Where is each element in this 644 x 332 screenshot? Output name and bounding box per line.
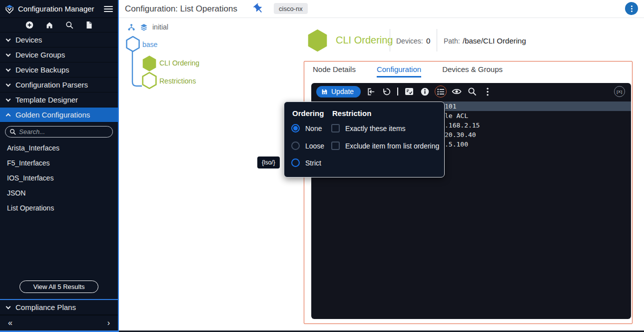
sidebar-item-template-designer[interactable]: Template Designer (0, 92, 118, 108)
golden-config-result-list-operations[interactable]: List Operations (0, 200, 118, 216)
collapse-sidebar-icon[interactable]: « (8, 319, 12, 327)
search-input[interactable] (19, 128, 108, 136)
sidebar-item-devices[interactable]: Devices (0, 32, 118, 48)
chevron-down-icon (6, 96, 11, 102)
tree-root-row: initial (127, 23, 168, 31)
golden-config-search-box[interactable] (5, 126, 113, 138)
save-icon (321, 88, 328, 95)
tab-configuration[interactable]: Configuration (377, 65, 421, 78)
chevron-down-icon (6, 66, 11, 72)
devices-label: Devices: (396, 37, 423, 45)
divider (437, 29, 437, 52)
devices-count: 0 (426, 36, 430, 45)
next-page-icon[interactable]: › (107, 319, 110, 327)
hamburger-menu-icon[interactable] (104, 6, 113, 12)
form-view-icon[interactable] (404, 86, 415, 97)
radio-focused-icon[interactable] (291, 158, 300, 167)
device-type-chip: cisco-nx (274, 3, 308, 14)
chevron-down-icon (6, 304, 11, 309)
update-label: Update (331, 88, 354, 96)
update-button[interactable]: Update (316, 86, 361, 98)
pin-icon[interactable] (253, 3, 264, 14)
divider (397, 88, 398, 96)
hierarchy-icon[interactable] (127, 24, 135, 31)
sidebar-item-golden-configurations[interactable]: Golden Configurations (0, 108, 118, 122)
chevron-down-icon (6, 82, 11, 86)
restrictions-node-icon[interactable] (141, 72, 157, 89)
search-icon (9, 128, 16, 135)
undo-icon[interactable] (381, 86, 392, 97)
ordering-option-loose[interactable]: Loose (291, 142, 324, 150)
sidebar-item-compliance-plans[interactable]: Compliance Plans (0, 300, 118, 315)
restriction-option-exclude[interactable]: Exclude item from list ordering (331, 142, 439, 150)
tree-node-cli-ordering[interactable]: CLI Ordering (159, 59, 199, 67)
restriction-option-exactly[interactable]: Exactly these items (331, 124, 406, 132)
ordering-title: Ordering (292, 109, 324, 118)
node-header: CLI Ordering Devices: 0 Path: /base/CLI … (304, 18, 644, 61)
home-icon[interactable] (45, 21, 53, 29)
checkbox-label: Exactly these items (345, 124, 406, 132)
search-in-editor-icon[interactable] (467, 86, 478, 97)
tree-node-restrictions[interactable]: Restrictions (159, 77, 196, 85)
checkbox-icon[interactable] (331, 142, 340, 150)
base-node-icon[interactable] (125, 36, 140, 52)
chevron-down-icon (6, 36, 11, 42)
chevron-up-icon (6, 114, 11, 118)
golden-config-result-ios[interactable]: IOS_Interfaces (0, 170, 118, 186)
sidebar-bottom: View All 5 Results Compliance Plans « › (0, 280, 118, 332)
app-logo-icon (4, 4, 15, 14)
cli-ordering-node-icon[interactable] (141, 55, 157, 72)
divider (390, 29, 390, 52)
ordering-option-strict[interactable]: Strict (291, 158, 321, 167)
path-value: /base/CLI Ordering (463, 36, 526, 45)
path-label: Path: (444, 37, 460, 45)
chevron-down-icon (6, 52, 11, 56)
sidebar-item-label: Device Backups (15, 66, 69, 74)
golden-config-result-arista[interactable]: Arista_Interfaces (0, 140, 118, 156)
search-icon[interactable] (65, 21, 73, 29)
restriction-title: Restriction (332, 109, 371, 118)
sidebar-item-label: Device Groups (15, 50, 65, 59)
list-ordering-icon[interactable] (435, 86, 447, 98)
radio-selected-icon[interactable] (291, 124, 300, 132)
add-icon[interactable] (25, 21, 33, 29)
topbar: Configuration: List Operations cisco-nx (119, 0, 644, 18)
sidebar-nav-bar: « › (0, 315, 118, 330)
app-root: Configuration Manager Devices Device Gro… (0, 0, 644, 332)
checkbox-icon[interactable] (331, 124, 340, 132)
ordering-popup: Ordering Restriction None Loose Strict E… (284, 102, 445, 178)
view-all-results-button[interactable]: View All 5 Results (19, 280, 98, 293)
sidebar-actions (0, 18, 118, 32)
golden-config-result-json[interactable]: JSON (0, 186, 118, 200)
tab-node-details[interactable]: Node Details (313, 65, 356, 78)
kebab-dots (631, 6, 633, 12)
sidebar: Configuration Manager Devices Device Gro… (0, 0, 119, 332)
radio-icon[interactable] (291, 142, 300, 150)
sidebar-item-label: Template Designer (15, 96, 78, 104)
node-title: CLI Ordering (336, 34, 393, 46)
sidebar-item-configuration-parsers[interactable]: Configuration Parsers (0, 78, 118, 92)
sidebar-item-device-backups[interactable]: Device Backups (0, 62, 118, 78)
editor-toolbar: Update (311, 83, 631, 100)
sidebar-item-device-groups[interactable]: Device Groups (0, 48, 118, 62)
document-icon[interactable] (85, 21, 93, 29)
radio-label: None (305, 124, 322, 132)
ordering-option-none[interactable]: None (291, 124, 322, 132)
exit-editor-icon[interactable] (365, 86, 376, 97)
layers-icon[interactable] (140, 24, 148, 31)
more-options-icon[interactable] (625, 2, 638, 15)
golden-config-result-f5[interactable]: F5_Interfaces (0, 156, 118, 170)
tab-devices-groups[interactable]: Devices & Groups (442, 65, 503, 78)
checkbox-label: Exclude item from list ordering (345, 142, 439, 150)
sidebar-item-label: Golden Configurations (15, 110, 90, 119)
variables-toggle-icon[interactable]: [X] (614, 86, 625, 97)
kebab-menu-icon[interactable] (482, 86, 493, 97)
tree-node-base[interactable]: base (142, 40, 157, 48)
preview-eye-icon[interactable] (451, 86, 462, 97)
sidebar-header: Configuration Manager (0, 0, 118, 18)
radio-label: Strict (305, 159, 321, 167)
sidebar-item-label: Compliance Plans (15, 303, 76, 312)
radio-label: Loose (305, 142, 324, 150)
info-icon[interactable] (419, 86, 430, 97)
tree-version-label: initial (152, 23, 168, 31)
